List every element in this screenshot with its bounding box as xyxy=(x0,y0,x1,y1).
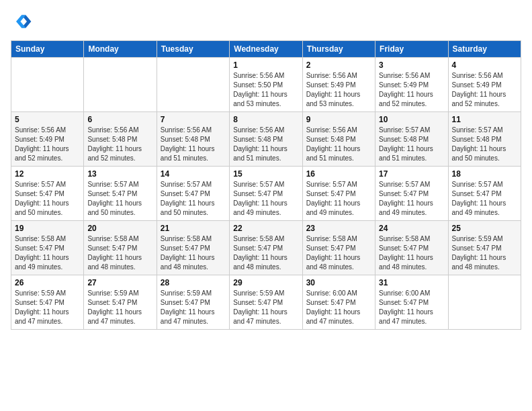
cell-content: Sunrise: 5:56 AM Sunset: 5:50 PM Dayligh… xyxy=(233,71,298,109)
calendar-cell: 11Sunrise: 5:57 AM Sunset: 5:48 PM Dayli… xyxy=(448,112,521,167)
day-number: 18 xyxy=(452,169,517,179)
calendar-cell: 27Sunrise: 5:59 AM Sunset: 5:47 PM Dayli… xyxy=(84,275,157,330)
calendar-cell: 8Sunrise: 5:56 AM Sunset: 5:48 PM Daylig… xyxy=(230,112,302,167)
calendar-cell: 3Sunrise: 5:56 AM Sunset: 5:49 PM Daylig… xyxy=(375,58,448,112)
day-number: 3 xyxy=(379,60,444,70)
column-header-wednesday: Wednesday xyxy=(230,41,302,58)
calendar-cell: 30Sunrise: 6:00 AM Sunset: 5:47 PM Dayli… xyxy=(302,275,375,330)
calendar-week-2: 5Sunrise: 5:56 AM Sunset: 5:49 PM Daylig… xyxy=(11,112,521,167)
day-number: 16 xyxy=(306,169,371,179)
day-number: 10 xyxy=(379,115,444,124)
column-header-saturday: Saturday xyxy=(448,41,521,58)
cell-content: Sunrise: 5:58 AM Sunset: 5:47 PM Dayligh… xyxy=(87,234,152,272)
day-number: 4 xyxy=(452,60,517,70)
cell-content: Sunrise: 5:58 AM Sunset: 5:47 PM Dayligh… xyxy=(306,234,371,272)
calendar-cell: 19Sunrise: 5:58 AM Sunset: 5:47 PM Dayli… xyxy=(11,221,84,275)
calendar-cell xyxy=(84,58,157,112)
day-number: 26 xyxy=(15,278,80,287)
calendar-cell: 21Sunrise: 5:58 AM Sunset: 5:47 PM Dayli… xyxy=(157,221,229,275)
cell-content: Sunrise: 5:58 AM Sunset: 5:47 PM Dayligh… xyxy=(233,234,298,272)
cell-content: Sunrise: 5:56 AM Sunset: 5:48 PM Dayligh… xyxy=(306,126,371,163)
calendar-cell: 13Sunrise: 5:57 AM Sunset: 5:47 PM Dayli… xyxy=(84,167,157,221)
calendar-cell: 7Sunrise: 5:56 AM Sunset: 5:48 PM Daylig… xyxy=(157,112,229,167)
calendar-header-row: SundayMondayTuesdayWednesdayThursdayFrid… xyxy=(11,41,521,58)
cell-content: Sunrise: 5:56 AM Sunset: 5:49 PM Dayligh… xyxy=(379,71,444,109)
cell-content: Sunrise: 5:57 AM Sunset: 5:47 PM Dayligh… xyxy=(379,180,444,218)
calendar-cell: 12Sunrise: 5:57 AM Sunset: 5:47 PM Dayli… xyxy=(11,167,84,221)
calendar-week-5: 26Sunrise: 5:59 AM Sunset: 5:47 PM Dayli… xyxy=(11,275,521,330)
calendar-cell: 2Sunrise: 5:56 AM Sunset: 5:49 PM Daylig… xyxy=(302,58,375,112)
day-number: 19 xyxy=(15,224,80,233)
calendar-cell: 5Sunrise: 5:56 AM Sunset: 5:49 PM Daylig… xyxy=(11,112,84,167)
calendar-cell: 17Sunrise: 5:57 AM Sunset: 5:47 PM Dayli… xyxy=(375,167,448,221)
calendar-cell: 20Sunrise: 5:58 AM Sunset: 5:47 PM Dayli… xyxy=(84,221,157,275)
cell-content: Sunrise: 5:57 AM Sunset: 5:47 PM Dayligh… xyxy=(306,180,371,218)
calendar-cell: 23Sunrise: 5:58 AM Sunset: 5:47 PM Dayli… xyxy=(302,221,375,275)
cell-content: Sunrise: 5:57 AM Sunset: 5:47 PM Dayligh… xyxy=(87,180,152,218)
calendar-week-1: 1Sunrise: 5:56 AM Sunset: 5:50 PM Daylig… xyxy=(11,58,521,112)
column-header-thursday: Thursday xyxy=(302,41,375,58)
calendar-cell: 9Sunrise: 5:56 AM Sunset: 5:48 PM Daylig… xyxy=(302,112,375,167)
day-number: 22 xyxy=(233,224,298,233)
column-header-friday: Friday xyxy=(375,41,448,58)
day-number: 28 xyxy=(161,278,226,287)
calendar-cell: 31Sunrise: 6:00 AM Sunset: 5:47 PM Dayli… xyxy=(375,275,448,330)
day-number: 25 xyxy=(452,224,517,233)
day-number: 13 xyxy=(87,169,152,179)
calendar-cell: 1Sunrise: 5:56 AM Sunset: 5:50 PM Daylig… xyxy=(230,58,302,112)
day-number: 7 xyxy=(161,115,226,124)
cell-content: Sunrise: 5:57 AM Sunset: 5:48 PM Dayligh… xyxy=(452,126,517,163)
cell-content: Sunrise: 5:56 AM Sunset: 5:49 PM Dayligh… xyxy=(15,126,80,163)
day-number: 5 xyxy=(15,115,80,124)
calendar-cell: 4Sunrise: 5:56 AM Sunset: 5:49 PM Daylig… xyxy=(448,58,521,112)
day-number: 29 xyxy=(233,278,298,287)
day-number: 2 xyxy=(306,60,371,70)
day-number: 12 xyxy=(15,169,80,179)
cell-content: Sunrise: 5:56 AM Sunset: 5:48 PM Dayligh… xyxy=(87,126,152,163)
day-number: 21 xyxy=(161,224,226,233)
day-number: 20 xyxy=(87,224,152,233)
cell-content: Sunrise: 5:59 AM Sunset: 5:47 PM Dayligh… xyxy=(161,289,226,326)
day-number: 27 xyxy=(87,278,152,287)
day-number: 23 xyxy=(306,224,371,233)
day-number: 15 xyxy=(233,169,298,179)
calendar-cell: 15Sunrise: 5:57 AM Sunset: 5:47 PM Dayli… xyxy=(230,167,302,221)
cell-content: Sunrise: 5:59 AM Sunset: 5:47 PM Dayligh… xyxy=(233,289,298,326)
calendar-cell: 18Sunrise: 5:57 AM Sunset: 5:47 PM Dayli… xyxy=(448,167,521,221)
calendar-cell: 14Sunrise: 5:57 AM Sunset: 5:47 PM Dayli… xyxy=(157,167,229,221)
day-number: 1 xyxy=(233,60,298,70)
day-number: 6 xyxy=(87,115,152,124)
calendar-cell: 6Sunrise: 5:56 AM Sunset: 5:48 PM Daylig… xyxy=(84,112,157,167)
calendar-cell xyxy=(11,58,84,112)
day-number: 9 xyxy=(306,115,371,124)
calendar-cell xyxy=(157,58,229,112)
calendar-week-3: 12Sunrise: 5:57 AM Sunset: 5:47 PM Dayli… xyxy=(11,167,521,221)
calendar-cell: 10Sunrise: 5:57 AM Sunset: 5:48 PM Dayli… xyxy=(375,112,448,167)
cell-content: Sunrise: 5:58 AM Sunset: 5:47 PM Dayligh… xyxy=(161,234,226,272)
day-number: 11 xyxy=(452,115,517,124)
day-number: 31 xyxy=(379,278,444,287)
logo xyxy=(11,11,35,32)
calendar-cell: 22Sunrise: 5:58 AM Sunset: 5:47 PM Dayli… xyxy=(230,221,302,275)
day-number: 30 xyxy=(306,278,371,287)
calendar-cell: 24Sunrise: 5:58 AM Sunset: 5:47 PM Dayli… xyxy=(375,221,448,275)
column-header-sunday: Sunday xyxy=(11,41,84,58)
cell-content: Sunrise: 5:59 AM Sunset: 5:47 PM Dayligh… xyxy=(452,234,517,272)
calendar-cell: 28Sunrise: 5:59 AM Sunset: 5:47 PM Dayli… xyxy=(157,275,229,330)
cell-content: Sunrise: 5:56 AM Sunset: 5:49 PM Dayligh… xyxy=(306,71,371,109)
day-number: 17 xyxy=(379,169,444,179)
cell-content: Sunrise: 5:57 AM Sunset: 5:47 PM Dayligh… xyxy=(452,180,517,218)
column-header-tuesday: Tuesday xyxy=(157,41,229,58)
calendar-cell: 29Sunrise: 5:59 AM Sunset: 5:47 PM Dayli… xyxy=(230,275,302,330)
cell-content: Sunrise: 6:00 AM Sunset: 5:47 PM Dayligh… xyxy=(306,289,371,326)
calendar-cell: 25Sunrise: 5:59 AM Sunset: 5:47 PM Dayli… xyxy=(448,221,521,275)
calendar-cell xyxy=(448,275,521,330)
cell-content: Sunrise: 5:57 AM Sunset: 5:47 PM Dayligh… xyxy=(15,180,80,218)
cell-content: Sunrise: 6:00 AM Sunset: 5:47 PM Dayligh… xyxy=(379,289,444,326)
cell-content: Sunrise: 5:58 AM Sunset: 5:47 PM Dayligh… xyxy=(379,234,444,272)
cell-content: Sunrise: 5:56 AM Sunset: 5:48 PM Dayligh… xyxy=(161,126,226,163)
day-number: 14 xyxy=(161,169,226,179)
calendar-table: SundayMondayTuesdayWednesdayThursdayFrid… xyxy=(11,40,521,330)
cell-content: Sunrise: 5:57 AM Sunset: 5:48 PM Dayligh… xyxy=(379,126,444,163)
cell-content: Sunrise: 5:59 AM Sunset: 5:47 PM Dayligh… xyxy=(15,289,80,326)
